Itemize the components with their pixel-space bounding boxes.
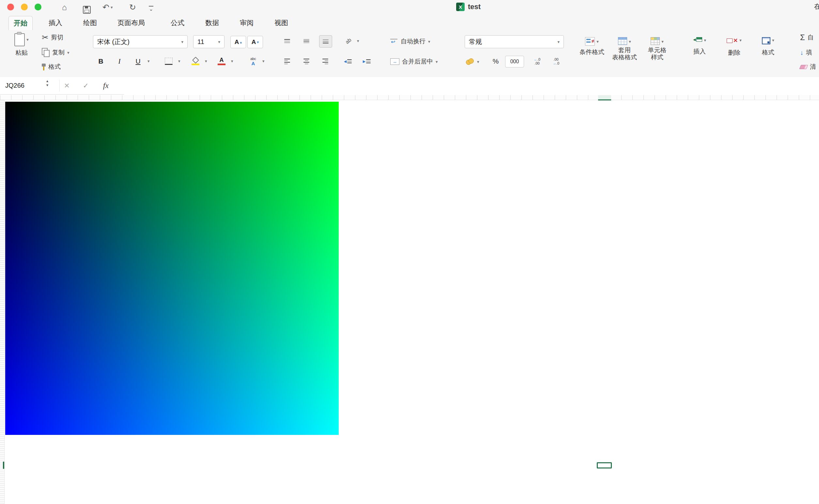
increase-indent-button[interactable]: ▶ — [360, 55, 374, 67]
undo-button[interactable]: ↶ ▾ — [102, 1, 112, 13]
paste-label: 粘贴 — [15, 49, 28, 56]
grow-font-button[interactable]: A ▴ — [231, 36, 246, 48]
font-family-caret-icon: ▾ — [181, 39, 183, 44]
tab-review[interactable]: 审阅 — [235, 16, 259, 30]
font-color-button[interactable]: A — [216, 55, 228, 67]
customize-toolbar-button[interactable]: ⌄ — [149, 3, 153, 14]
customize-toolbar-icon: ⌄ — [149, 6, 153, 11]
increase-decimal-button[interactable]: ←.0 .00 — [529, 55, 545, 67]
wrap-text-caret-icon: ▾ — [428, 39, 430, 44]
cut-button[interactable]: ✂ 剪切 — [42, 32, 63, 43]
name-box-stepper[interactable]: ▴ ▾ — [46, 79, 48, 87]
home-button[interactable]: ⌂ — [62, 1, 67, 13]
decrease-indent-button[interactable]: ◀ — [341, 55, 355, 67]
autosum-button[interactable]: Σ 自 — [800, 32, 814, 43]
insert-cells-caret-icon: ▾ — [704, 38, 706, 43]
font-size-combo[interactable]: 11 ▾ — [193, 35, 225, 48]
text-effects-button[interactable]: abc A — [246, 55, 261, 67]
row-headers-strip[interactable] — [0, 100, 5, 504]
tab-formulas[interactable]: 公式 — [166, 16, 189, 30]
selected-column-highlight[interactable] — [598, 95, 611, 100]
number-format-value: 常规 — [469, 37, 482, 46]
selected-cell[interactable] — [597, 462, 612, 468]
grow-font-caret-up-icon: ▴ — [240, 40, 242, 44]
close-window-button[interactable] — [7, 4, 14, 10]
shrink-font-button[interactable]: A ▾ — [247, 36, 263, 48]
tab-insert[interactable]: 插入 — [44, 16, 67, 30]
tab-view[interactable]: 视图 — [270, 16, 293, 30]
increase-decimal-icon: ←.0 .00 — [534, 57, 540, 65]
align-center-button[interactable] — [300, 55, 313, 67]
cancel-icon: ✕ — [64, 82, 70, 90]
merge-center-button[interactable]: ↔ 合并后居中 ▾ — [390, 56, 438, 67]
home-icon: ⌂ — [62, 3, 67, 12]
align-bottom-button[interactable] — [319, 35, 332, 48]
number-format-caret-icon: ▾ — [557, 39, 559, 44]
align-bottom-icon — [323, 39, 329, 43]
font-color-icon: A — [218, 57, 226, 65]
fill-color-caret-icon[interactable]: ▾ — [205, 59, 207, 64]
increase-indent-icon: ▶ — [363, 59, 371, 64]
comma-style-button[interactable]: 000 — [505, 56, 524, 67]
align-left-button[interactable] — [281, 55, 293, 67]
fill-color-button[interactable] — [189, 55, 201, 67]
insert-cells-button[interactable]: ◀ ▾ 插入 — [685, 37, 715, 55]
paste-caret-icon: ▾ — [26, 37, 29, 42]
bold-button[interactable]: B — [95, 55, 107, 67]
enter-button[interactable]: ✓ — [83, 77, 89, 94]
tab-page-layout[interactable]: 页面布局 — [112, 16, 150, 30]
font-size-value: 11 — [197, 38, 204, 46]
tab-data[interactable]: 数据 — [200, 16, 224, 30]
redo-button[interactable]: ↻ — [129, 1, 136, 13]
decrease-decimal-button[interactable]: .00 →.0 — [548, 55, 564, 67]
italic-button[interactable]: I — [113, 55, 126, 67]
cancel-button[interactable]: ✕ — [64, 77, 70, 94]
tab-home[interactable]: 开始 — [8, 16, 33, 30]
formula-input[interactable] — [124, 77, 819, 95]
conditional-formatting-button[interactable]: ≠ ▾ 条件格式 — [576, 37, 607, 56]
align-top-button[interactable] — [281, 35, 293, 47]
delete-cells-caret-icon: ▾ — [739, 38, 742, 43]
format-cells-button[interactable]: ▾ 格式 — [753, 37, 783, 56]
borders-button[interactable] — [162, 55, 175, 67]
insert-function-button[interactable]: fx — [103, 77, 109, 94]
text-effects-caret-icon[interactable]: ▾ — [262, 59, 265, 64]
currency-format-button[interactable]: ▾ — [466, 56, 479, 67]
scissors-icon: ✂ — [42, 33, 48, 42]
align-middle-button[interactable] — [300, 35, 313, 47]
underline-caret-icon[interactable]: ▾ — [147, 59, 150, 64]
percent-style-button[interactable]: % — [489, 55, 502, 67]
orientation-caret-icon[interactable]: ▾ — [357, 38, 359, 43]
format-as-table-label-2: 表格格式 — [612, 54, 637, 61]
tab-draw[interactable]: 绘图 — [78, 16, 102, 30]
borders-caret-icon[interactable]: ▾ — [178, 59, 180, 64]
paste-button[interactable]: ▾ 粘贴 — [5, 33, 38, 56]
worksheet-area[interactable] — [0, 95, 819, 504]
titlebar-right-button[interactable]: 在 — [814, 2, 819, 11]
save-icon — [83, 6, 91, 14]
orientation-button[interactable]: ab — [341, 35, 356, 47]
number-format-combo[interactable]: 常规 ▾ — [465, 35, 564, 48]
fill-down-icon: ↓ — [800, 49, 803, 56]
embedded-gradient-image[interactable] — [5, 102, 339, 435]
minimize-window-button[interactable] — [21, 4, 28, 10]
align-right-button[interactable] — [319, 55, 332, 67]
save-button[interactable] — [83, 4, 91, 16]
cell-styles-button[interactable]: ▾ 单元格 样式 — [642, 37, 673, 61]
format-painter-button[interactable]: 格式 — [42, 61, 61, 72]
zoom-window-button[interactable] — [35, 4, 41, 10]
font-color-caret-icon[interactable]: ▾ — [231, 59, 233, 64]
fill-button[interactable]: ↓ 填 — [800, 47, 812, 58]
format-as-table-button[interactable]: ▾ 套用 表格格式 — [609, 37, 640, 61]
column-headers-ruler[interactable] — [0, 95, 819, 100]
merge-center-icon: ↔ — [390, 58, 399, 65]
delete-cells-button[interactable]: ✕ ▾ 删除 — [719, 37, 749, 56]
insert-cells-icon: ◀ — [693, 37, 702, 42]
format-cells-caret-icon: ▾ — [772, 38, 774, 43]
copy-button[interactable]: 复制 ▾ — [42, 47, 69, 58]
cell-styles-icon — [651, 37, 660, 45]
wrap-text-button[interactable]: ↩ 自动换行 ▾ — [390, 36, 430, 47]
underline-button[interactable]: U — [132, 55, 144, 67]
clear-button[interactable]: 清 — [800, 61, 816, 72]
font-family-combo[interactable]: 宋体 (正文) ▾ — [93, 35, 187, 48]
